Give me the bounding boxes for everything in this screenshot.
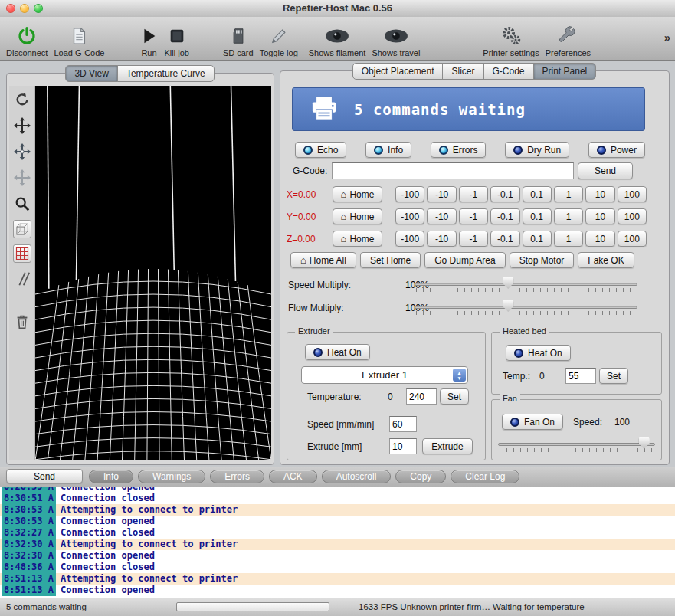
toolbar-toggle-log-button[interactable]: Toggle log — [257, 25, 301, 57]
tab-temperature-curve[interactable]: Temperature Curve — [117, 65, 215, 82]
slider-thumb[interactable] — [639, 437, 650, 449]
extrude-button[interactable]: Extrude — [422, 438, 473, 454]
extrude-length-input[interactable] — [389, 438, 417, 454]
extruder-heat-toggle[interactable]: Heat On — [305, 344, 370, 360]
jog-step-button-1[interactable]: 1 — [554, 186, 583, 202]
delete-object-button[interactable] — [12, 312, 32, 332]
extruder-speed-input[interactable] — [389, 416, 417, 432]
slider-thumb[interactable] — [503, 277, 513, 289]
jog-step-button-100[interactable]: 100 — [618, 231, 647, 247]
jog-step-button--0.1[interactable]: -0.1 — [490, 208, 519, 224]
jog-step-button--1[interactable]: -1 — [459, 208, 488, 224]
slider-thumb[interactable] — [503, 300, 513, 312]
jog-step-button-10[interactable]: 10 — [585, 208, 614, 224]
log-filter-clear-log[interactable]: Clear Log — [451, 470, 519, 483]
toolbar-shows-filament-button[interactable]: Shows filament — [306, 25, 369, 57]
title-bar: Repetier-Host Mac 0.56 — [0, 0, 675, 18]
tab-object-placement[interactable]: Object Placement — [352, 63, 444, 80]
power-toggle[interactable]: Power — [588, 142, 645, 158]
home-x-button[interactable]: ⌂Home — [333, 186, 382, 202]
toolbar-load-gcode-button[interactable]: Load G-Code — [51, 25, 107, 57]
jog-step-button--10[interactable]: -10 — [427, 186, 456, 202]
home-z-button[interactable]: ⌂Home — [333, 231, 382, 247]
log-filter-warnings[interactable]: Warnings — [138, 470, 205, 483]
home-y-button[interactable]: ⌂Home — [333, 208, 382, 224]
fake-ok-button[interactable]: Fake OK — [578, 252, 634, 268]
speed-multiply-slider[interactable] — [415, 277, 637, 293]
jog-step-button--10[interactable]: -10 — [427, 231, 456, 247]
home-all-button[interactable]: ⌂Home All — [290, 252, 356, 268]
jog-step-button--100[interactable]: -100 — [395, 208, 424, 224]
dry-run-toggle[interactable]: Dry Run — [505, 142, 569, 158]
toolbar-label: Printer settings — [483, 48, 539, 57]
jog-step-button--0.1[interactable]: -0.1 — [490, 231, 519, 247]
echo-toggle[interactable]: Echo — [295, 142, 346, 158]
jog-step-button-10[interactable]: 10 — [585, 186, 614, 202]
tab-print-panel[interactable]: Print Panel — [533, 63, 597, 80]
toolbar-kill-job-button[interactable]: Kill job — [161, 25, 192, 57]
jog-step-button-0.1[interactable]: 0.1 — [523, 231, 552, 247]
log-filter-copy[interactable]: Copy — [395, 470, 446, 483]
toolbar-shows-travel-button[interactable]: Shows travel — [369, 25, 423, 57]
bed-temp-set-button[interactable]: Set — [599, 368, 628, 384]
toolbar-disconnect-button[interactable]: Disconnect — [3, 25, 51, 57]
jog-step-button-0.1[interactable]: 0.1 — [523, 208, 552, 224]
isometric-view-button[interactable] — [13, 220, 31, 238]
tab-slicer[interactable]: Slicer — [442, 63, 483, 80]
jog-step-button-100[interactable]: 100 — [618, 186, 647, 202]
log-filter-info[interactable]: Info — [89, 470, 133, 483]
gcode-send-button[interactable]: Send — [578, 162, 633, 179]
bed-temp-input[interactable] — [565, 368, 596, 384]
jog-step-button--10[interactable]: -10 — [427, 208, 456, 224]
log-filter-ack[interactable]: ACK — [269, 470, 317, 483]
tab-gcode[interactable]: G-Code — [483, 63, 534, 80]
jog-step-button-100[interactable]: 100 — [618, 208, 647, 224]
go-dump-area-button[interactable]: Go Dump Area — [424, 252, 505, 268]
trash-icon — [14, 313, 31, 330]
rotate-view-button[interactable] — [12, 90, 32, 110]
printbed-wireframe — [35, 86, 271, 460]
jog-step-button--0.1[interactable]: -0.1 — [490, 186, 519, 202]
jog-step-button--1[interactable]: -1 — [459, 186, 488, 202]
flow-multiply-row: Flow Multiply: 100% — [288, 300, 637, 316]
bed-heat-toggle[interactable]: Heat On — [506, 345, 571, 361]
move-viewport-button[interactable] — [12, 142, 32, 162]
jog-step-button--100[interactable]: -100 — [395, 186, 424, 202]
toolbar-label: Shows travel — [372, 48, 420, 57]
toolbar-preferences-button[interactable]: Preferences — [542, 25, 594, 57]
info-toggle[interactable]: Info — [365, 142, 411, 158]
toolbar-printer-settings-button[interactable]: Printer settings — [480, 25, 542, 57]
toolbar-overflow-button[interactable]: » — [664, 31, 670, 44]
stop-motor-button[interactable]: Stop Motor — [510, 252, 575, 268]
show-grid-button[interactable] — [13, 244, 31, 263]
jog-step-button--1[interactable]: -1 — [459, 231, 488, 247]
set-home-button[interactable]: Set Home — [360, 252, 421, 268]
toolbar-run-button[interactable]: Run — [136, 25, 161, 57]
zoom-button-viewport[interactable] — [12, 194, 32, 214]
log-filter-errors[interactable]: Errors — [210, 470, 264, 483]
send-command-button[interactable]: Send — [6, 469, 83, 483]
log-filter-autoscroll[interactable]: Autoscroll — [322, 470, 392, 483]
3d-viewport[interactable] — [35, 86, 271, 460]
toolbar-sd-card-button[interactable]: SD card — [220, 25, 257, 57]
jog-step-button-1[interactable]: 1 — [554, 208, 583, 224]
errors-toggle[interactable]: Errors — [431, 142, 487, 158]
extruder-selector[interactable]: Extruder 1 ▲▼ — [301, 366, 468, 384]
jog-step-button--100[interactable]: -100 — [395, 231, 424, 247]
parallel-projection-button[interactable] — [12, 269, 32, 289]
scale-object-button[interactable] — [12, 168, 32, 188]
log-area[interactable]: 8:28:59 AConnection opened8:30:51 AConne… — [0, 487, 675, 598]
fan-toggle[interactable]: Fan On — [502, 414, 563, 430]
extruder-temp-input[interactable] — [406, 388, 437, 405]
flow-multiply-slider[interactable] — [415, 300, 637, 316]
axis-row-y: Y=0.00 ⌂Home -100-10-1-0.10.1110100 — [287, 208, 647, 225]
jog-step-button-1[interactable]: 1 — [554, 231, 583, 247]
jog-step-button-10[interactable]: 10 — [585, 231, 614, 247]
tab-3d-view[interactable]: 3D View — [65, 65, 117, 82]
cube-icon — [15, 221, 30, 237]
gcode-input[interactable] — [332, 162, 574, 179]
jog-step-button-0.1[interactable]: 0.1 — [523, 186, 552, 202]
extruder-temp-set-button[interactable]: Set — [440, 388, 469, 405]
move-object-button[interactable] — [12, 116, 32, 136]
fan-speed-slider[interactable] — [498, 437, 655, 454]
